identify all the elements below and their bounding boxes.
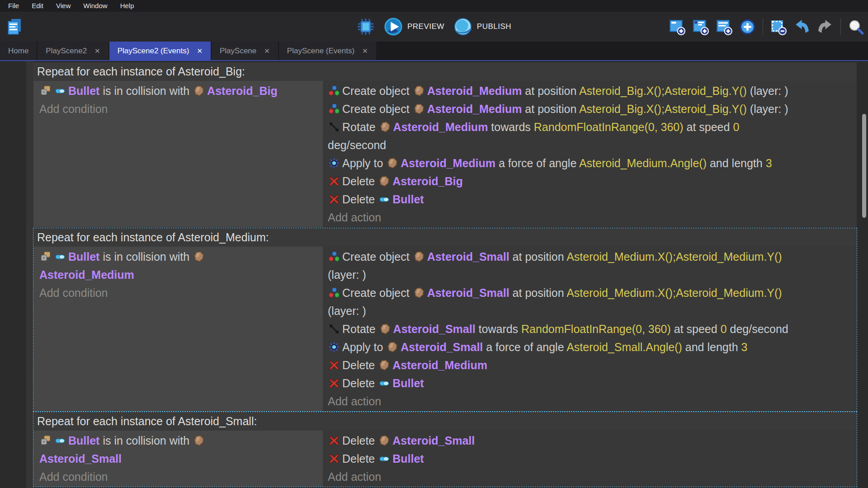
actions-column[interactable]: Create object Asteroid_Medium at positio… bbox=[323, 81, 857, 227]
add-condition-button[interactable]: Add condition bbox=[33, 468, 323, 486]
add-action-button[interactable]: Add action bbox=[323, 208, 857, 226]
action-line[interactable]: Rotate Asteroid_Medium towards RandomFlo… bbox=[323, 118, 857, 136]
menu-window[interactable]: Window bbox=[77, 0, 113, 12]
sentence-text: Rotate bbox=[342, 121, 379, 133]
asteroid-icon bbox=[379, 121, 391, 133]
add-comment-icon[interactable] bbox=[716, 19, 732, 35]
action-line[interactable]: (layer: ) bbox=[323, 266, 857, 284]
action-line[interactable]: deg/second bbox=[323, 136, 857, 154]
expression-text: RandomFloatInRange(0, 360) bbox=[534, 121, 684, 133]
vertical-scrollbar-thumb[interactable] bbox=[862, 114, 866, 218]
asteroid-icon bbox=[387, 341, 398, 353]
sentence-text: Delete bbox=[342, 175, 378, 188]
conditions-column[interactable]: Bullet is in collision with Asteroid_Big… bbox=[33, 81, 323, 227]
add-subevent-icon[interactable] bbox=[692, 19, 709, 35]
object-name: Bullet bbox=[68, 250, 99, 263]
action-line[interactable]: Apply to Asteroid_Small a force of angle… bbox=[323, 338, 857, 356]
menu-view[interactable]: View bbox=[50, 0, 77, 12]
event-header[interactable]: Repeat for each instance of Asteroid_Med… bbox=[33, 228, 857, 247]
tab-close-icon[interactable]: ✕ bbox=[197, 47, 203, 55]
sentence-text: deg/second bbox=[328, 139, 386, 151]
action-line[interactable]: Create object Asteroid_Small at position… bbox=[323, 248, 857, 266]
condition-line[interactable]: Asteroid_Medium bbox=[33, 266, 323, 284]
object-name: Asteroid_Small bbox=[393, 323, 476, 335]
delete-icon bbox=[328, 377, 340, 389]
add-condition-button[interactable]: Add condition bbox=[33, 284, 323, 302]
object-name: Bullet bbox=[392, 452, 424, 465]
tab-playscene-events-[interactable]: PlayScene (Events)✕ bbox=[279, 42, 376, 60]
condition-line[interactable]: Asteroid_Small bbox=[33, 450, 323, 468]
object-name: Asteroid_Medium bbox=[392, 359, 487, 371]
publish-button[interactable]: PUBLISH bbox=[453, 17, 511, 36]
remove-event-icon[interactable] bbox=[770, 19, 787, 35]
action-line[interactable]: Create object Asteroid_Small at position… bbox=[323, 284, 857, 302]
event-header[interactable]: Repeat for each instance of Asteroid_Big… bbox=[33, 62, 857, 81]
preview-button[interactable]: PREVIEW bbox=[384, 17, 444, 36]
expression-text: Asteroid_Medium.X();Asteroid_Medium.Y() bbox=[566, 250, 782, 263]
action-line[interactable]: Rotate Asteroid_Small towards RandomFloa… bbox=[323, 320, 857, 338]
object-name: Bullet bbox=[68, 84, 99, 97]
conditions-column[interactable]: Bullet is in collision with Asteroid_Med… bbox=[33, 247, 323, 411]
action-line[interactable]: Create object Asteroid_Medium at positio… bbox=[323, 100, 857, 118]
sentence-text: a force of angle bbox=[483, 341, 566, 353]
menu-file[interactable]: File bbox=[2, 0, 25, 12]
tab-playscene[interactable]: PlayScene✕ bbox=[212, 42, 278, 60]
project-manager-icon[interactable] bbox=[5, 17, 24, 37]
conditions-column[interactable]: Bullet is in collision with Asteroid_Sma… bbox=[33, 431, 323, 487]
object-name: Asteroid_Small bbox=[392, 434, 475, 447]
asteroid-icon bbox=[413, 251, 425, 263]
action-line[interactable]: Create object Asteroid_Medium at positio… bbox=[323, 82, 857, 100]
collision-icon bbox=[40, 251, 52, 263]
expression-text: 0 bbox=[733, 121, 739, 133]
bullet-icon bbox=[378, 193, 390, 205]
condition-line[interactable]: Bullet is in collision with bbox=[33, 248, 323, 266]
action-line[interactable]: Delete Asteroid_Medium bbox=[323, 356, 857, 374]
search-icon[interactable] bbox=[848, 19, 864, 35]
event-block[interactable]: Repeat for each instance of Asteroid_Med… bbox=[33, 228, 857, 411]
sentence-text: towards bbox=[488, 121, 533, 133]
publish-globe-icon bbox=[453, 17, 472, 36]
force-icon bbox=[328, 157, 340, 169]
tab-home[interactable]: Home bbox=[0, 42, 37, 60]
action-line[interactable]: Delete Bullet bbox=[323, 190, 857, 208]
events-area: Repeat for each instance of Asteroid_Big… bbox=[0, 61, 868, 488]
condition-line[interactable]: Bullet is in collision with Asteroid_Big bbox=[33, 82, 323, 100]
object-name: Asteroid_Small bbox=[39, 452, 122, 465]
add-circle-icon[interactable] bbox=[739, 19, 756, 35]
bullet-icon bbox=[378, 377, 390, 389]
expression-text: Asteroid_Medium.Angle() bbox=[579, 157, 707, 169]
tab-playscene2-events-[interactable]: PlayScene2 (Events)✕ bbox=[109, 42, 211, 60]
menu-edit[interactable]: Edit bbox=[25, 0, 50, 12]
event-block[interactable]: Repeat for each instance of Asteroid_Big… bbox=[33, 62, 857, 227]
action-line[interactable]: Delete Bullet bbox=[323, 450, 857, 468]
tab-label: Home bbox=[8, 47, 28, 56]
condition-line[interactable]: Bullet is in collision with bbox=[33, 432, 323, 450]
sentence-text: and length bbox=[682, 341, 741, 353]
redo-icon[interactable] bbox=[817, 19, 834, 35]
menu-help[interactable]: Help bbox=[114, 0, 141, 12]
menu-bar: FileEditViewWindowHelp bbox=[0, 0, 868, 12]
action-line[interactable]: Delete Bullet bbox=[323, 374, 857, 392]
action-line[interactable]: Delete Asteroid_Small bbox=[323, 432, 857, 450]
add-condition-button[interactable]: Add condition bbox=[33, 100, 323, 118]
action-line[interactable]: Delete Asteroid_Big bbox=[323, 172, 857, 190]
actions-column[interactable]: Create object Asteroid_Small at position… bbox=[323, 247, 857, 411]
event-block[interactable]: Repeat for each instance of Asteroid_Sma… bbox=[33, 412, 857, 487]
event-header[interactable]: Repeat for each instance of Asteroid_Sma… bbox=[33, 412, 857, 431]
action-line[interactable]: Apply to Asteroid_Medium a force of angl… bbox=[323, 154, 857, 172]
add-event-icon[interactable] bbox=[669, 19, 685, 35]
debug-icon[interactable] bbox=[357, 18, 375, 36]
add-action-button[interactable]: Add action bbox=[323, 392, 857, 410]
tab-playscene2[interactable]: PlayScene2✕ bbox=[38, 42, 108, 60]
bullet-icon bbox=[54, 251, 66, 263]
asteroid-icon bbox=[193, 85, 205, 97]
tab-close-icon[interactable]: ✕ bbox=[264, 47, 270, 55]
toolbar-separator bbox=[840, 18, 841, 35]
action-line[interactable]: (layer: ) bbox=[323, 302, 857, 320]
actions-column[interactable]: Delete Asteroid_SmallDelete BulletAdd ac… bbox=[323, 431, 857, 487]
object-name: Asteroid_Small bbox=[427, 250, 509, 263]
tab-close-icon[interactable]: ✕ bbox=[94, 47, 100, 55]
add-action-button[interactable]: Add action bbox=[323, 468, 857, 486]
tab-close-icon[interactable]: ✕ bbox=[362, 47, 368, 55]
undo-icon[interactable] bbox=[793, 19, 810, 35]
